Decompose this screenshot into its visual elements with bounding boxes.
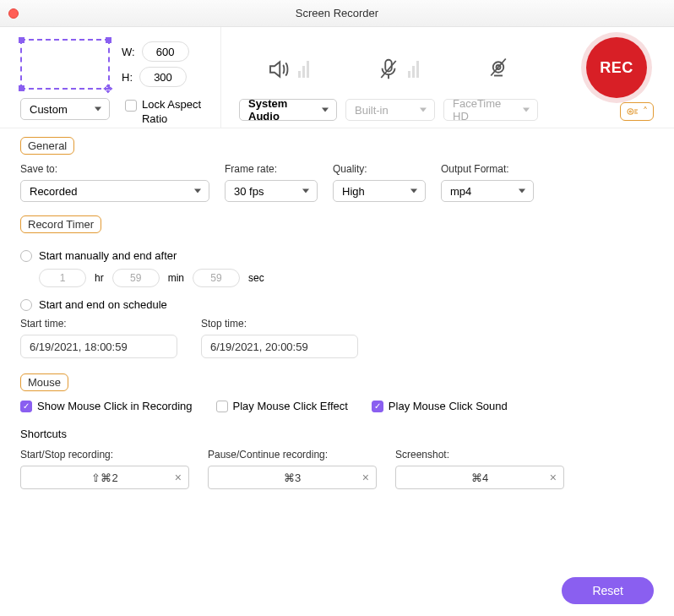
radio-icon	[20, 299, 32, 311]
titlebar: Screen Recorder	[0, 0, 674, 27]
checkbox-icon	[20, 401, 32, 412]
audio-panel: System Audio Built-in FaceTime HD	[221, 27, 556, 128]
lock-aspect-label: Lock Aspect Ratio	[142, 98, 207, 127]
format-label: Output Format:	[441, 163, 534, 175]
shortcut-screenshot-label: Screenshot:	[395, 449, 564, 461]
checkbox-icon	[125, 100, 137, 112]
camera-icon[interactable]	[486, 57, 511, 82]
record-button[interactable]: REC	[586, 37, 647, 98]
svg-point-6	[629, 111, 631, 112]
checkbox-icon	[216, 401, 228, 412]
move-icon[interactable]: ✥	[103, 83, 117, 96]
settings-body: General Save to: Recorded Frame rate: 30…	[0, 128, 674, 565]
region-panel: ✥ W: H: Custom	[0, 27, 221, 128]
window-title: Screen Recorder	[0, 7, 674, 19]
shortcut-startstop-input[interactable]: ⇧⌘2 ×	[20, 466, 189, 489]
timer-manual-radio[interactable]: Start manually and end after	[20, 248, 654, 262]
shortcut-pause-label: Pause/Continue recording:	[208, 449, 377, 461]
shortcut-screenshot-input[interactable]: ⌘4 ×	[395, 466, 564, 489]
system-audio-select[interactable]: System Audio	[239, 99, 337, 121]
format-select[interactable]: mp4	[441, 180, 534, 202]
camera-select[interactable]: FaceTime HD	[443, 99, 538, 121]
section-general: General	[20, 137, 74, 155]
timer-schedule-radio[interactable]: Start and end on schedule	[20, 297, 654, 311]
frame-rate-select[interactable]: 30 fps	[225, 180, 318, 202]
duration-minutes-input[interactable]	[112, 269, 160, 287]
stop-time-label: Stop time:	[201, 318, 358, 330]
microphone-select[interactable]: Built-in	[345, 99, 435, 121]
system-audio-icon[interactable]	[266, 57, 309, 82]
play-click-effect-checkbox[interactable]: Play Mouse Click Effect	[216, 400, 348, 412]
width-input[interactable]	[142, 41, 189, 62]
region-preview[interactable]: ✥	[20, 39, 110, 90]
duration-seconds-input[interactable]	[193, 269, 240, 287]
top-panel: ✥ W: H: Custom	[0, 27, 674, 128]
play-click-sound-checkbox[interactable]: Play Mouse Click Sound	[372, 400, 508, 412]
reset-button[interactable]: Reset	[562, 577, 654, 604]
start-time-input[interactable]	[20, 335, 177, 358]
width-label: W:	[122, 46, 135, 58]
chevron-up-icon: ˄	[643, 106, 648, 117]
clear-icon[interactable]: ×	[175, 471, 182, 484]
section-timer: Record Timer	[20, 215, 101, 233]
footer: Reset	[0, 565, 674, 616]
save-to-label: Save to:	[20, 163, 209, 175]
shortcut-startstop-label: Start/Stop recording:	[20, 449, 189, 461]
region-preset-value: Custom	[30, 103, 68, 116]
radio-icon	[20, 250, 32, 262]
gear-icon	[626, 106, 639, 117]
start-time-label: Start time:	[20, 318, 177, 330]
save-to-select[interactable]: Recorded	[20, 180, 209, 202]
section-mouse: Mouse	[20, 373, 68, 391]
quality-label: Quality:	[333, 163, 426, 175]
show-mouse-click-checkbox[interactable]: Show Mouse Click in Recording	[20, 400, 193, 412]
region-preset-select[interactable]: Custom	[20, 98, 110, 120]
svg-point-5	[628, 109, 633, 115]
stop-time-input[interactable]	[201, 335, 358, 358]
frame-rate-label: Frame rate:	[225, 163, 318, 175]
app-window: Screen Recorder ✥ W: H:	[0, 0, 674, 616]
clear-icon[interactable]: ×	[362, 471, 369, 484]
shortcut-pause-input[interactable]: ⌘3 ×	[208, 466, 377, 489]
settings-toggle-button[interactable]: ˄	[620, 102, 654, 121]
height-label: H:	[122, 71, 133, 84]
lock-aspect-checkbox[interactable]: Lock Aspect Ratio	[125, 98, 207, 127]
checkbox-icon	[372, 401, 383, 412]
quality-select[interactable]: High	[333, 180, 426, 202]
clear-icon[interactable]: ×	[550, 471, 557, 484]
section-shortcuts: Shortcuts	[20, 428, 654, 440]
record-panel: REC ˄	[556, 27, 674, 128]
height-input[interactable]	[139, 67, 187, 87]
microphone-icon[interactable]	[376, 57, 419, 82]
duration-hours-input[interactable]	[39, 269, 86, 287]
